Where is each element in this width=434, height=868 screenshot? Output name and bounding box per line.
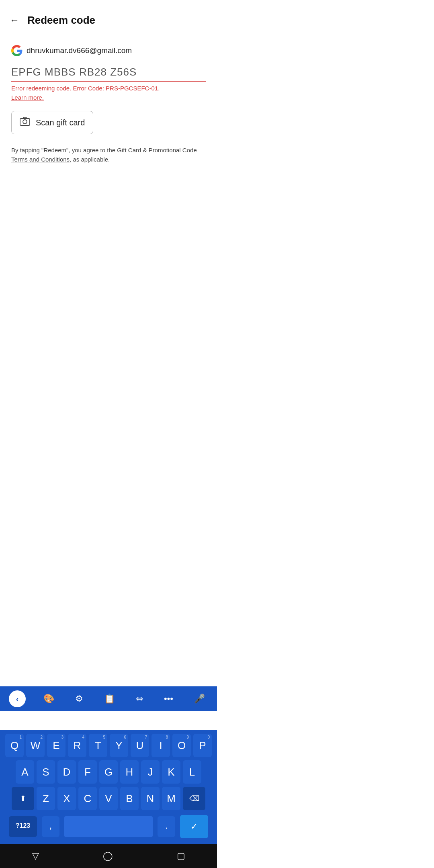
svg-point-1	[23, 120, 27, 124]
scan-gift-card-label: Scan gift card	[36, 118, 85, 127]
terms-link[interactable]: Terms and Conditions	[11, 156, 70, 163]
back-button[interactable]: ←	[6, 11, 23, 29]
camera-icon	[20, 117, 30, 128]
content-area: dhruvkumar.dv666@gmail.com Error redeemi…	[0, 37, 217, 188]
page-title: Redeem code	[27, 14, 95, 27]
code-input[interactable]	[11, 66, 206, 82]
google-logo-icon	[11, 45, 23, 56]
header: ← Redeem code	[0, 0, 217, 37]
account-row: dhruvkumar.dv666@gmail.com	[11, 45, 206, 56]
scan-gift-card-button[interactable]: Scan gift card	[11, 111, 93, 134]
code-input-wrapper	[11, 66, 206, 82]
account-email: dhruvkumar.dv666@gmail.com	[27, 46, 132, 55]
terms-text: By tapping "Redeem", you agree to the Gi…	[11, 145, 206, 164]
learn-more-link[interactable]: Learn more.	[11, 94, 44, 101]
error-message: Error redeeming code. Error Code: PRS-PG…	[11, 84, 206, 102]
svg-rect-2	[23, 117, 27, 119]
